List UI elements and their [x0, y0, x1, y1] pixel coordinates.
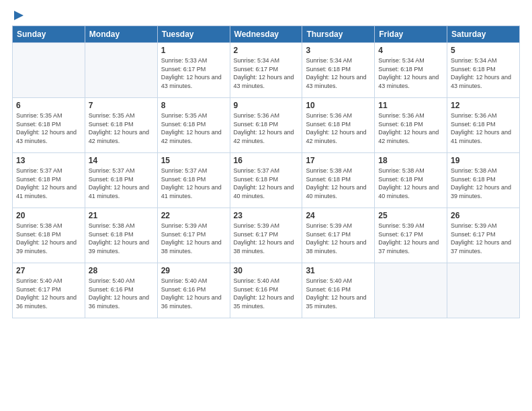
day-cell [13, 43, 85, 98]
day-info: Sunrise: 5:39 AM Sunset: 6:17 PM Dayligh… [451, 222, 516, 255]
logo [12, 7, 24, 21]
day-cell: 17Sunrise: 5:38 AM Sunset: 6:18 PM Dayli… [302, 153, 375, 208]
day-info: Sunrise: 5:37 AM Sunset: 6:18 PM Dayligh… [89, 167, 154, 200]
col-header-thursday: Thursday [302, 26, 375, 43]
day-number: 24 [306, 211, 371, 220]
day-number: 3 [306, 46, 371, 55]
page: SundayMondayTuesdayWednesdayThursdayFrid… [0, 0, 532, 411]
col-header-wednesday: Wednesday [230, 26, 302, 43]
day-number: 2 [234, 46, 299, 55]
day-cell: 28Sunrise: 5:40 AM Sunset: 6:16 PM Dayli… [85, 263, 157, 318]
day-info: Sunrise: 5:40 AM Sunset: 6:16 PM Dayligh… [89, 277, 154, 310]
day-info: Sunrise: 5:38 AM Sunset: 6:18 PM Dayligh… [16, 222, 81, 255]
day-number: 25 [378, 211, 443, 220]
day-number: 9 [234, 101, 299, 110]
day-number: 27 [16, 266, 81, 275]
day-info: Sunrise: 5:34 AM Sunset: 6:18 PM Dayligh… [378, 56, 443, 90]
day-info: Sunrise: 5:33 AM Sunset: 6:17 PM Dayligh… [161, 56, 226, 90]
day-info: Sunrise: 5:40 AM Sunset: 6:16 PM Dayligh… [161, 277, 226, 310]
day-number: 11 [378, 101, 443, 110]
calendar-table: SundayMondayTuesdayWednesdayThursdayFrid… [12, 26, 520, 318]
day-number: 19 [451, 156, 516, 165]
day-number: 31 [306, 266, 371, 275]
col-header-friday: Friday [375, 26, 447, 43]
day-cell: 18Sunrise: 5:38 AM Sunset: 6:18 PM Dayli… [375, 153, 447, 208]
day-number: 8 [161, 101, 226, 110]
day-info: Sunrise: 5:40 AM Sunset: 6:16 PM Dayligh… [306, 277, 371, 310]
day-info: Sunrise: 5:38 AM Sunset: 6:18 PM Dayligh… [451, 167, 516, 200]
day-number: 10 [306, 101, 371, 110]
week-row-4: 20Sunrise: 5:38 AM Sunset: 6:18 PM Dayli… [13, 208, 520, 263]
day-cell: 23Sunrise: 5:39 AM Sunset: 6:17 PM Dayli… [230, 208, 302, 263]
day-number: 17 [306, 156, 371, 165]
day-number: 16 [234, 156, 299, 165]
day-info: Sunrise: 5:34 AM Sunset: 6:18 PM Dayligh… [306, 56, 371, 90]
day-cell: 21Sunrise: 5:38 AM Sunset: 6:18 PM Dayli… [85, 208, 157, 263]
day-info: Sunrise: 5:39 AM Sunset: 6:17 PM Dayligh… [234, 222, 299, 255]
day-number: 14 [89, 156, 154, 165]
day-cell: 22Sunrise: 5:39 AM Sunset: 6:17 PM Dayli… [157, 208, 230, 263]
day-number: 15 [161, 156, 226, 165]
day-cell: 4Sunrise: 5:34 AM Sunset: 6:18 PM Daylig… [375, 43, 447, 98]
day-info: Sunrise: 5:35 AM Sunset: 6:18 PM Dayligh… [16, 111, 81, 145]
day-number: 7 [89, 101, 154, 110]
day-info: Sunrise: 5:39 AM Sunset: 6:17 PM Dayligh… [161, 222, 226, 255]
col-header-monday: Monday [85, 26, 157, 43]
day-cell: 26Sunrise: 5:39 AM Sunset: 6:17 PM Dayli… [447, 208, 520, 263]
day-info: Sunrise: 5:36 AM Sunset: 6:18 PM Dayligh… [378, 111, 443, 145]
day-info: Sunrise: 5:34 AM Sunset: 6:18 PM Dayligh… [451, 56, 516, 90]
day-number: 5 [451, 46, 516, 55]
day-cell: 14Sunrise: 5:37 AM Sunset: 6:18 PM Dayli… [85, 153, 157, 208]
logo-row [12, 9, 24, 21]
day-cell: 11Sunrise: 5:36 AM Sunset: 6:18 PM Dayli… [375, 98, 447, 153]
day-cell: 5Sunrise: 5:34 AM Sunset: 6:18 PM Daylig… [447, 43, 520, 98]
col-header-tuesday: Tuesday [157, 26, 230, 43]
day-info: Sunrise: 5:37 AM Sunset: 6:18 PM Dayligh… [16, 167, 81, 200]
day-cell: 19Sunrise: 5:38 AM Sunset: 6:18 PM Dayli… [447, 153, 520, 208]
day-cell: 24Sunrise: 5:39 AM Sunset: 6:17 PM Dayli… [302, 208, 375, 263]
day-cell: 12Sunrise: 5:36 AM Sunset: 6:18 PM Dayli… [447, 98, 520, 153]
col-header-saturday: Saturday [447, 26, 520, 43]
day-info: Sunrise: 5:38 AM Sunset: 6:18 PM Dayligh… [378, 167, 443, 200]
week-row-2: 6Sunrise: 5:35 AM Sunset: 6:18 PM Daylig… [13, 98, 520, 153]
day-cell: 6Sunrise: 5:35 AM Sunset: 6:18 PM Daylig… [13, 98, 85, 153]
day-cell: 30Sunrise: 5:40 AM Sunset: 6:16 PM Dayli… [230, 263, 302, 318]
day-info: Sunrise: 5:38 AM Sunset: 6:18 PM Dayligh… [306, 167, 371, 200]
day-number: 26 [451, 211, 516, 220]
day-cell: 9Sunrise: 5:36 AM Sunset: 6:18 PM Daylig… [230, 98, 302, 153]
day-info: Sunrise: 5:34 AM Sunset: 6:17 PM Dayligh… [234, 56, 299, 90]
day-info: Sunrise: 5:36 AM Sunset: 6:18 PM Dayligh… [306, 111, 371, 145]
day-number: 4 [378, 46, 443, 55]
day-cell: 31Sunrise: 5:40 AM Sunset: 6:16 PM Dayli… [302, 263, 375, 318]
header [12, 7, 520, 21]
day-info: Sunrise: 5:35 AM Sunset: 6:18 PM Dayligh… [161, 111, 226, 145]
day-cell: 25Sunrise: 5:39 AM Sunset: 6:17 PM Dayli… [375, 208, 447, 263]
day-info: Sunrise: 5:36 AM Sunset: 6:18 PM Dayligh… [451, 111, 516, 145]
day-info: Sunrise: 5:40 AM Sunset: 6:16 PM Dayligh… [234, 277, 299, 310]
logo-arrow-icon [13, 9, 25, 21]
day-cell: 13Sunrise: 5:37 AM Sunset: 6:18 PM Dayli… [13, 153, 85, 208]
week-row-5: 27Sunrise: 5:40 AM Sunset: 6:17 PM Dayli… [13, 263, 520, 318]
day-cell: 7Sunrise: 5:35 AM Sunset: 6:18 PM Daylig… [85, 98, 157, 153]
day-number: 1 [161, 46, 226, 55]
calendar-header-row: SundayMondayTuesdayWednesdayThursdayFrid… [13, 26, 520, 43]
day-info: Sunrise: 5:36 AM Sunset: 6:18 PM Dayligh… [234, 111, 299, 145]
day-info: Sunrise: 5:40 AM Sunset: 6:17 PM Dayligh… [16, 277, 81, 310]
day-cell: 16Sunrise: 5:37 AM Sunset: 6:18 PM Dayli… [230, 153, 302, 208]
day-number: 13 [16, 156, 81, 165]
day-info: Sunrise: 5:35 AM Sunset: 6:18 PM Dayligh… [89, 111, 154, 145]
day-cell: 29Sunrise: 5:40 AM Sunset: 6:16 PM Dayli… [157, 263, 230, 318]
day-cell: 20Sunrise: 5:38 AM Sunset: 6:18 PM Dayli… [13, 208, 85, 263]
day-number: 20 [16, 211, 81, 220]
day-cell: 3Sunrise: 5:34 AM Sunset: 6:18 PM Daylig… [302, 43, 375, 98]
day-number: 6 [16, 101, 81, 110]
col-header-sunday: Sunday [13, 26, 85, 43]
day-number: 18 [378, 156, 443, 165]
day-cell [375, 263, 447, 318]
week-row-3: 13Sunrise: 5:37 AM Sunset: 6:18 PM Dayli… [13, 153, 520, 208]
week-row-1: 1Sunrise: 5:33 AM Sunset: 6:17 PM Daylig… [13, 43, 520, 98]
svg-marker-0 [14, 11, 24, 20]
day-cell: 10Sunrise: 5:36 AM Sunset: 6:18 PM Dayli… [302, 98, 375, 153]
day-number: 22 [161, 211, 226, 220]
day-cell: 2Sunrise: 5:34 AM Sunset: 6:17 PM Daylig… [230, 43, 302, 98]
